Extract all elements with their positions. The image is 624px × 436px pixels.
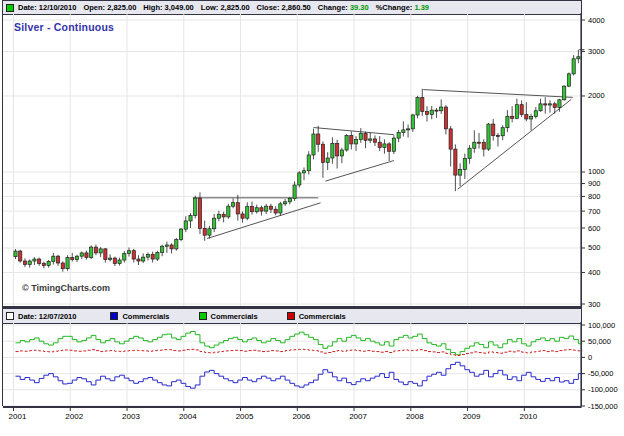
- svg-text:100,000: 100,000: [588, 322, 615, 330]
- svg-text:2009: 2009: [463, 412, 481, 421]
- legend-swatch-icon: [110, 312, 118, 320]
- cot-series-2: [16, 349, 583, 355]
- info-field-value: 2,825.00: [220, 3, 249, 12]
- svg-text:2007: 2007: [349, 412, 367, 421]
- legend-item: Commercials: [284, 312, 346, 321]
- info-field: Open: 2,825.00: [83, 3, 136, 12]
- svg-text:1000: 1000: [588, 167, 605, 176]
- svg-text:2005: 2005: [236, 412, 254, 421]
- info-field-value: 39.30: [350, 3, 369, 12]
- info-field: Change: 39.30: [318, 3, 369, 12]
- legend-item: Commercials: [107, 312, 169, 321]
- quote-marker-icon: [6, 4, 14, 12]
- timingcharts-window: { "window": {"width": 624, "height": 436…: [0, 0, 624, 436]
- svg-text:2006: 2006: [292, 412, 310, 421]
- svg-text:-150,000: -150,000: [588, 402, 618, 411]
- legend-label: Commercials: [211, 312, 258, 321]
- cot-axis: 100,00050,0000-50,000-100,000-150,000: [581, 322, 618, 411]
- cot-panel-bottom-border: [3, 406, 581, 408]
- info-field-value: 3,049.00: [165, 3, 194, 12]
- info-field-value: 12/10/2010: [39, 3, 77, 12]
- svg-text:50,000: 50,000: [588, 337, 611, 346]
- info-field-label: %Change:: [376, 3, 415, 12]
- svg-text:400: 400: [588, 268, 601, 277]
- info-field-value: 1.39: [414, 3, 429, 12]
- info-field: Close: 2,860.50: [257, 3, 311, 12]
- price-grid: [3, 13, 581, 306]
- chart-title: Silver - Continuous: [14, 21, 114, 33]
- svg-text:900: 900: [588, 179, 601, 188]
- svg-text:2004: 2004: [179, 412, 197, 421]
- svg-text:800: 800: [588, 192, 601, 201]
- info-field-value: 2,825.00: [107, 3, 136, 12]
- legend-label: Commercials: [122, 312, 169, 321]
- cot-chart: 100,00050,0000-50,000-100,000-150,000200…: [3, 322, 624, 436]
- info-field-label: Open:: [83, 3, 107, 12]
- svg-text:2000: 2000: [588, 91, 605, 100]
- info-field-label: Low:: [201, 3, 221, 12]
- info-field: %Change: 1.39: [376, 3, 429, 12]
- svg-text:-50,000: -50,000: [588, 369, 613, 378]
- cot-series-0: [16, 362, 583, 388]
- svg-text:4000: 4000: [588, 16, 605, 25]
- cot-date: Date: 12/07/2010: [18, 312, 76, 321]
- info-field-label: High:: [143, 3, 164, 12]
- cot-marker-icon: [6, 312, 14, 320]
- svg-text:700: 700: [588, 207, 601, 216]
- svg-text:500: 500: [588, 243, 601, 252]
- year-axis: 2001200220032004200520062007200820092010: [9, 408, 538, 421]
- legend-label: Commercials: [299, 312, 346, 321]
- legend-item: Commercials: [196, 312, 258, 321]
- cot-legend: CommercialsCommercialsCommercials: [107, 312, 371, 321]
- watermark: © TimingCharts.com: [22, 283, 110, 293]
- svg-text:2001: 2001: [9, 412, 27, 421]
- info-field-value: 2,860.50: [282, 3, 311, 12]
- info-field-label: Close:: [257, 3, 282, 12]
- info-field: Date: 12/10/2010: [18, 3, 76, 12]
- svg-text:3000: 3000: [588, 47, 605, 56]
- svg-text:2010: 2010: [519, 412, 537, 421]
- svg-text:300: 300: [588, 300, 601, 309]
- legend-swatch-icon: [287, 312, 295, 320]
- info-field-label: Change:: [318, 3, 350, 12]
- price-axis: 4000300020001000900800700600500400300: [581, 13, 605, 308]
- svg-text:600: 600: [588, 224, 601, 233]
- svg-text:0: 0: [588, 353, 592, 362]
- svg-text:-100,000: -100,000: [588, 385, 618, 394]
- info-field-label: Date:: [18, 3, 39, 12]
- legend-swatch-icon: [199, 312, 207, 320]
- price-chart: 4000300020001000900800700600500400300: [3, 13, 624, 308]
- svg-text:2002: 2002: [65, 412, 83, 421]
- svg-text:2008: 2008: [406, 412, 424, 421]
- info-field: High: 3,049.00: [143, 3, 193, 12]
- cot-grid: [3, 322, 581, 406]
- info-field: Low: 2,825.00: [201, 3, 250, 12]
- svg-text:2003: 2003: [122, 412, 140, 421]
- quote-fields: Date: 12/10/2010Open: 2,825.00High: 3,04…: [18, 3, 436, 12]
